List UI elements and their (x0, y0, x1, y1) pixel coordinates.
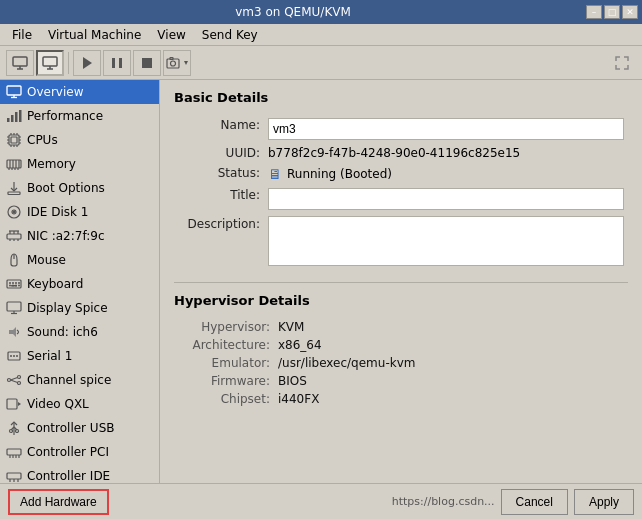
menu-virtual-machine[interactable]: Virtual Machine (40, 26, 149, 44)
sidebar-item-serial-1[interactable]: Serial 1 (0, 344, 159, 368)
name-value-cell (264, 115, 628, 143)
sidebar-label-cpus: CPUs (27, 133, 58, 147)
cancel-button[interactable]: Cancel (501, 489, 568, 515)
controller-usb-icon (6, 420, 22, 436)
pause-button[interactable] (103, 50, 131, 76)
memory-icon (6, 156, 22, 172)
sidebar-label-boot-options: Boot Options (27, 181, 105, 195)
svg-marker-70 (9, 327, 16, 337)
uuid-row: UUID: b778f2c9-f47b-4248-90e0-41196c825e… (174, 143, 628, 163)
sidebar-item-sound-ich6[interactable]: Sound: ich6 (0, 320, 159, 344)
svg-point-47 (13, 211, 15, 213)
sidebar-label-keyboard: Keyboard (27, 277, 83, 291)
description-label: Description: (174, 213, 264, 272)
menu-view[interactable]: View (149, 26, 193, 44)
title-label: Title: (174, 185, 264, 213)
title-input[interactable] (268, 188, 624, 210)
video-qxl-icon (6, 396, 22, 412)
hypervisor-details-table: Hypervisor: KVM Architecture: x86_64 Emu… (174, 318, 628, 408)
svg-rect-14 (7, 86, 21, 95)
svg-point-85 (16, 430, 19, 433)
sidebar-label-performance: Performance (27, 109, 103, 123)
sidebar-item-controller-usb[interactable]: Controller USB (0, 416, 159, 440)
name-input[interactable] (268, 118, 624, 140)
svg-rect-92 (7, 473, 21, 479)
boot-options-icon (6, 180, 22, 196)
sidebar-item-channel-spice[interactable]: Channel spice (0, 368, 159, 392)
svg-line-78 (11, 378, 18, 381)
sidebar-item-cpus[interactable]: CPUs (0, 128, 159, 152)
close-button[interactable]: ✕ (622, 5, 638, 19)
sidebar-label-overview: Overview (27, 85, 84, 99)
add-hardware-button[interactable]: Add Hardware (8, 489, 109, 515)
sidebar-label-display-spice: Display Spice (27, 301, 108, 315)
description-textarea[interactable] (268, 216, 624, 266)
sound-ich6-icon (6, 324, 22, 340)
cpus-icon (6, 132, 22, 148)
svg-rect-8 (119, 58, 122, 68)
toolbar (0, 46, 642, 80)
toolbar-active-button[interactable] (36, 50, 64, 76)
title-row: Title: (174, 185, 628, 213)
sidebar-item-nic[interactable]: NIC :a2:7f:9c (0, 224, 159, 248)
sidebar-item-memory[interactable]: Memory (0, 152, 159, 176)
sidebar-label-serial-1: Serial 1 (27, 349, 72, 363)
uuid-value-cell: b778f2c9-f47b-4248-90e0-41196c825e15 (264, 143, 628, 163)
run-button[interactable] (73, 50, 101, 76)
svg-rect-87 (7, 449, 21, 455)
svg-rect-80 (7, 399, 17, 409)
svg-point-84 (10, 430, 13, 433)
sidebar-item-controller-pci[interactable]: Controller PCI (0, 440, 159, 464)
menu-send-key[interactable]: Send Key (194, 26, 266, 44)
svg-rect-48 (7, 234, 21, 239)
bottom-bar: Add Hardware https://blog.csdn... Cancel… (0, 483, 642, 519)
sidebar-item-video-qxl[interactable]: Video QXL (0, 392, 159, 416)
architecture-row: Architecture: x86_64 (174, 336, 628, 354)
menu-file[interactable]: File (4, 26, 40, 44)
hypervisor-details-title: Hypervisor Details (174, 293, 628, 308)
sidebar-item-mouse[interactable]: Mouse (0, 248, 159, 272)
sidebar-label-controller-usb: Controller USB (27, 421, 114, 435)
svg-rect-17 (7, 118, 10, 122)
blog-url: https://blog.csdn... (392, 495, 495, 508)
sidebar-label-memory: Memory (27, 157, 76, 171)
controller-ide-icon (6, 468, 22, 483)
minimize-button[interactable]: – (586, 5, 602, 19)
name-label: Name: (174, 115, 264, 143)
screenshot-button[interactable] (163, 50, 191, 76)
channel-spice-icon (6, 372, 22, 388)
sidebar-item-ide-disk-1[interactable]: IDE Disk 1 (0, 200, 159, 224)
titlebar-title: vm3 on QEMU/KVM (0, 5, 586, 19)
basic-details-table: Name: UUID: b778f2c9-f47b-4248-90e0-4119… (174, 115, 628, 272)
svg-rect-9 (142, 58, 152, 68)
architecture-label: Architecture: (174, 336, 274, 354)
title-value-cell (264, 185, 628, 213)
sidebar-label-ide-disk-1: IDE Disk 1 (27, 205, 88, 219)
svg-marker-6 (83, 57, 92, 69)
sidebar-item-display-spice[interactable]: Display Spice (0, 296, 159, 320)
controller-pci-icon (6, 444, 22, 460)
sidebar-item-boot-options[interactable]: Boot Options (0, 176, 159, 200)
maximize-button[interactable]: □ (604, 5, 620, 19)
sidebar-item-overview[interactable]: Overview (0, 80, 159, 104)
sidebar-item-keyboard[interactable]: Keyboard (0, 272, 159, 296)
serial-1-icon (6, 348, 22, 364)
fullscreen-button[interactable] (608, 50, 636, 76)
svg-line-79 (11, 380, 18, 383)
apply-button[interactable]: Apply (574, 489, 634, 515)
svg-point-76 (18, 376, 21, 379)
titlebar-controls: – □ ✕ (586, 5, 642, 19)
hypervisor-value: KVM (274, 318, 628, 336)
mouse-icon (6, 252, 22, 268)
architecture-value: x86_64 (274, 336, 628, 354)
sidebar-item-controller-ide[interactable]: Controller IDE (0, 464, 159, 483)
description-value-cell (264, 213, 628, 272)
svg-rect-57 (7, 280, 21, 288)
stop-button[interactable] (133, 50, 161, 76)
nic-icon (6, 228, 22, 244)
sidebar-label-sound-ich6: Sound: ich6 (27, 325, 98, 339)
sidebar-item-performance[interactable]: Performance (0, 104, 159, 128)
right-panel: Basic Details Name: UUID: b778f2c9-f47b-… (160, 80, 642, 483)
monitor-icon-button[interactable] (6, 50, 34, 76)
svg-rect-7 (112, 58, 115, 68)
